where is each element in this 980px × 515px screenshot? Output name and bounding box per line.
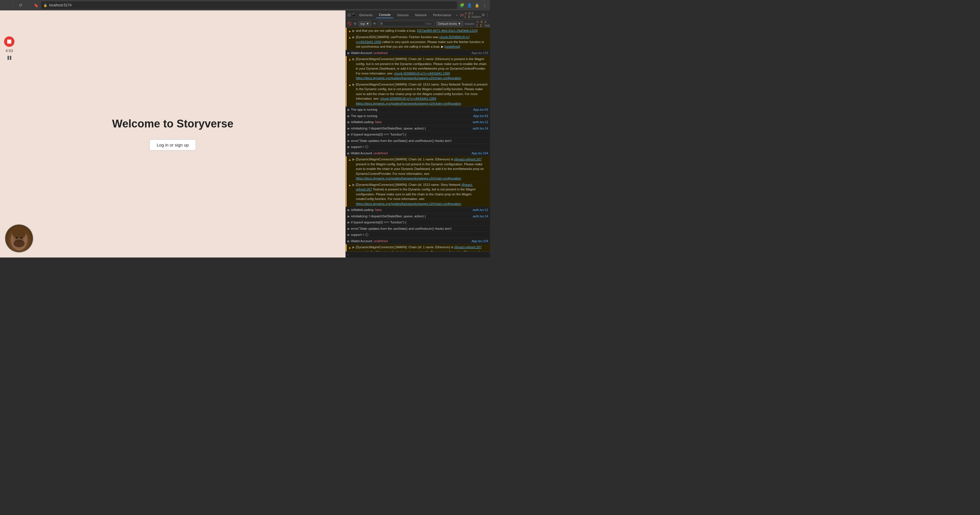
tab-elements[interactable]: Elements [356,12,375,18]
entry-text: error("State updates from the useState()… [351,227,452,230]
entry-source-location[interactable]: App.tsx:63 [473,114,488,119]
entry-source-location[interactable]: auth.tsx:12 [473,208,488,212]
extensions-button[interactable]: 🧩 [459,2,465,8]
stop-record-button[interactable] [4,37,14,47]
console-entry: ▶The app is runningApp.tsx:63 [346,106,490,113]
console-input[interactable] [350,253,488,256]
expand-arrow[interactable]: ▶ [347,107,350,112]
entry-text: isInitializing: f dispatchSetState(fiber… [351,127,426,130]
issues-badge[interactable]: 10 ⚠ 1 ⚠ 2 [460,11,471,19]
entry-source-link[interactable]: @react-refresh:267 [454,157,482,161]
browser-chrome: ‹ › ↺ 🔖 🔒 localhost:5174 🧩 👤 🔒 ⋮ [0,0,490,10]
default-levels-dropdown[interactable]: Default levels ▼ [436,21,463,26]
reload-button[interactable]: ↺ [18,2,24,8]
entry-source-location[interactable]: App.tsx:104 [471,151,488,156]
entry-source-location[interactable]: auth.tsx:14 [473,126,488,131]
expand-arrow[interactable]: ▶ [352,82,355,87]
console-settings-button[interactable]: ⚙ [353,21,357,27]
entry-source-link[interactable]: @react-refresh:267 [454,245,482,249]
issues-count: 10 [460,13,463,17]
top-context-selector[interactable]: top ▼ [358,21,371,26]
tab-performance[interactable]: Performance [430,12,454,18]
entry-link2[interactable]: [undefined] [444,45,460,48]
more-button[interactable]: ⋮ [481,2,488,8]
entry-source-link[interactable]: [267ae865-6871-4fe4-91e1-29af3b8c1224] [417,29,478,32]
entry-source-location[interactable]: auth.tsx:12 [473,120,488,124]
expand-arrow[interactable]: ▶ [347,226,350,231]
entry-content: isWalletLoading: false [351,120,470,124]
console-entry: ▶support = ⓘ [346,232,490,238]
console-entry: ▶ if (typeof arguments[3] === "function"… [346,219,490,226]
entry-text: support = ⓘ [351,233,368,237]
vpn-button[interactable]: 🔒 [474,2,480,8]
expand-arrow[interactable]: ▶ [347,232,350,237]
filter-input[interactable] [384,22,424,25]
console-entry: ▶support = ⓘ [346,144,490,150]
expand-arrow[interactable]: ▶ [347,51,350,56]
entry-link2[interactable]: https://docs.dynamic.xyz/guides/framewor… [356,176,461,180]
profile-button[interactable]: 👤 [466,2,473,8]
expand-arrow[interactable]: ▶ [352,182,355,187]
hidden-count[interactable]: 6 hidden [471,11,481,19]
devtools-settings-button[interactable]: ⚙ [482,11,485,19]
tab-network[interactable]: Network [412,12,430,18]
expand-arrow[interactable]: ▶ [347,138,350,143]
entry-content: support = ⓘ [351,145,488,149]
expand-arrow[interactable]: ▶ [347,214,350,219]
expand-arrow[interactable]: ▶ [347,132,350,137]
nav-buttons: ‹ › ↺ [2,2,24,8]
expand-arrow[interactable]: ▶ [352,157,355,162]
devtools-inspect-button[interactable]: ⊡ [347,11,351,19]
entry-icon: ▲ [348,35,351,40]
pause-bar-2 [10,56,11,60]
bookmark-button[interactable]: 🔖 [33,2,39,8]
tab-console[interactable]: Console [376,12,393,18]
entry-link2[interactable]: https://docs.dynamic.xyz/guides/framewor… [356,202,461,205]
expand-arrow[interactable]: ▶ [347,220,350,225]
tab-sources[interactable]: Sources [394,12,411,18]
entry-text: [DynamicWagmiConnector] [WARN]: Chain (i… [356,183,461,186]
login-button[interactable]: Log in or sign up [150,139,196,151]
expand-arrow[interactable]: ▶ [347,114,350,119]
pause-button[interactable] [4,55,14,61]
expand-arrow[interactable]: ▶ [352,35,355,40]
expand-arrow[interactable]: ▶ [347,208,350,212]
filter-area[interactable]: ⊞ Filter [378,21,434,26]
entry-link2[interactable]: https://docs.dynamic.xyz/guides/framewor… [356,102,461,105]
expand-arrow[interactable]: ▶ [352,245,355,250]
devtools-responsive-button[interactable]: 📱 [351,11,356,19]
warn-count: ⚠ 2 [468,11,471,19]
entry-content: The app is running [351,114,471,119]
console-entry: ▶isInitializing: f dispatchSetState(fibe… [346,126,490,132]
entry-content: [DynamicWagmiConnector] [WARN]: Chain (i… [356,157,488,181]
entry-source-link[interactable]: chunk-5DN80KU0.js?v=c8433d41:1999 [394,72,450,75]
expand-arrow[interactable]: ▶ [347,151,350,156]
devtools-more-button[interactable]: ⋮ [486,11,489,19]
top-label: top [361,22,365,25]
expand-arrow[interactable]: ▶ [347,239,350,244]
entry-source-location[interactable]: App.tsx:104 [471,239,488,244]
entry-source-location[interactable]: App.tsx:63 [473,107,488,112]
expand-arrow[interactable]: ▶ [347,145,350,149]
entry-link2[interactable]: https://docs.dynamic.xyz/guides/framewor… [356,76,461,80]
entry-source-link[interactable]: chunk-5DN80KU0.js?v=c8433d41:1999 [380,97,436,100]
console-eye-button[interactable]: 👁 [373,21,376,27]
expand-arrow[interactable]: ▶ [347,120,350,124]
address-bar[interactable]: 🔒 localhost:5174 [41,2,457,9]
entry-extra: Testnet) is present in the Dynamic confi… [356,188,476,200]
stop-icon [7,40,11,44]
back-button[interactable]: ‹ [2,2,9,8]
expand-arrow[interactable]: ▶ [352,57,355,62]
console-entry: ▶Wallet Account: undefinedApp.tsx:129 [346,50,490,56]
clear-console-button[interactable]: 🚫 [347,21,352,27]
expand-arrow[interactable]: ▶ [352,28,355,33]
entry-text: error("State updates from the useState()… [351,139,452,143]
filter-label: Filter [425,22,432,25]
entry-text: Wallet Account: undefined [351,151,388,155]
expand-arrow[interactable]: ▶ [347,126,350,131]
console-content[interactable]: ▲▶and that you are not calling it inside… [346,28,490,251]
more-tabs-button[interactable]: » [455,12,459,18]
entry-source-location[interactable]: auth.tsx:14 [473,214,488,219]
forward-button[interactable]: › [10,2,16,8]
console-entry: ▶isInitializing: f dispatchSetState(fibe… [346,213,490,219]
